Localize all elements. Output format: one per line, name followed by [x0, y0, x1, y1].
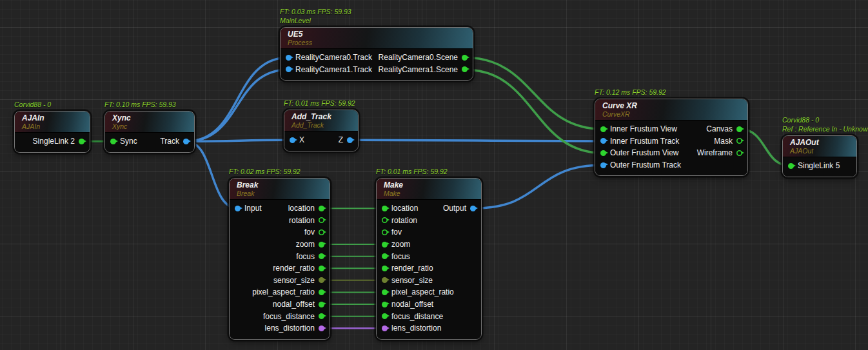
- output-port-pixel-aspect-ratio[interactable]: [319, 289, 324, 295]
- input-port-realitycamera0-track[interactable]: [286, 55, 291, 61]
- output-port-track[interactable]: [183, 139, 189, 144]
- port-label: location: [391, 204, 418, 213]
- output-port-z[interactable]: [347, 137, 353, 143]
- port-row: rotation: [377, 215, 481, 227]
- port-row: sensor_size: [377, 275, 481, 287]
- port-row: focus_distance: [377, 310, 481, 322]
- port-row: locationOutput: [377, 202, 481, 215]
- input-port-outer-frustum-track[interactable]: [600, 162, 606, 168]
- node-stats-label: Corvid88 - 0Ref : Reference In - Unknown: [782, 116, 868, 133]
- node-addtrack[interactable]: Add_TrackAdd_TrackXZ: [284, 110, 359, 151]
- port-label: RealityCamera0.Track: [295, 53, 372, 62]
- output-port-location[interactable]: [319, 206, 324, 211]
- input-port-singlelink-5[interactable]: [788, 163, 794, 169]
- port-row: SyncTrack: [105, 135, 194, 148]
- input-port-render-ratio[interactable]: [382, 266, 388, 271]
- port-label: SingleLink 2: [33, 137, 75, 146]
- input-port-fov[interactable]: [382, 229, 388, 235]
- output-port-wireframe[interactable]: [736, 150, 742, 156]
- input-port-focus[interactable]: [382, 253, 388, 259]
- node-header[interactable]: Curve XRCurveXR: [595, 99, 747, 121]
- input-port-rotation[interactable]: [382, 217, 388, 223]
- node-graph-canvas[interactable]: Corvid88 - 0AJAInAJAInSingleLink 2FT: 0.…: [0, 0, 868, 350]
- node-make[interactable]: MakeMakelocationOutputrotationfovzoomfoc…: [376, 178, 482, 340]
- port-label: Output: [443, 204, 466, 213]
- node-header[interactable]: UE5Process: [281, 28, 473, 49]
- port-row: zoom: [230, 238, 330, 251]
- node-header[interactable]: AJAOutAJAOut: [783, 136, 856, 157]
- input-port-outer-frustum-view[interactable]: [600, 150, 606, 156]
- output-port-sensor-size[interactable]: [319, 277, 324, 283]
- port-row: RealityCamera1.TrackRealityCamera1.Scene: [281, 64, 473, 76]
- output-port-render-ratio[interactable]: [319, 266, 324, 271]
- port-label: Track: [160, 137, 179, 146]
- output-port-mask[interactable]: [736, 138, 742, 144]
- node-xync[interactable]: XyncXyncSyncTrack: [104, 111, 195, 153]
- port-row: render_ratio: [377, 262, 481, 275]
- node-title: AJAOut: [790, 139, 849, 147]
- input-port-focus-distance[interactable]: [382, 313, 388, 319]
- node-ajain[interactable]: AJAInAJAInSingleLink 2: [14, 111, 90, 153]
- output-port-lens-distortion[interactable]: [319, 326, 324, 331]
- input-port-x[interactable]: [290, 137, 295, 143]
- node-stats-label: FT: 0.02 ms FPS: 59.92: [229, 168, 301, 177]
- node-subtitle: Xync: [112, 122, 187, 130]
- port-label: lens_distortion: [391, 324, 441, 333]
- port-row: Inner Frustum ViewCanvas: [595, 123, 747, 135]
- node-header[interactable]: MakeMake: [377, 179, 481, 200]
- port-label: render_ratio: [391, 264, 433, 273]
- port-label: RealityCamera1.Scene: [379, 65, 458, 74]
- port-label: zoom: [391, 240, 410, 249]
- output-port-fov[interactable]: [319, 229, 324, 235]
- input-port-inner-frustum-view[interactable]: [600, 126, 606, 132]
- input-port-sensor-size[interactable]: [382, 277, 388, 283]
- port-label: fov: [391, 228, 402, 237]
- output-port-singlelink-2[interactable]: [79, 139, 84, 144]
- node-stats-line: FT: 0.12 ms FPS: 59.92: [595, 88, 666, 97]
- output-port-focus[interactable]: [319, 253, 324, 259]
- output-port-focus-distance[interactable]: [319, 313, 324, 319]
- wire: [473, 165, 604, 208]
- input-port-location[interactable]: [382, 206, 388, 211]
- port-row: pixel_aspect_ratio: [377, 286, 481, 298]
- node-title: Break: [237, 181, 322, 190]
- output-port-zoom[interactable]: [319, 242, 324, 248]
- node-ue5[interactable]: UE5ProcessRealityCamera0.TrackRealityCam…: [280, 27, 473, 81]
- input-port-zoom[interactable]: [382, 242, 388, 248]
- node-stats-label: FT: 0.10 ms FPS: 59.93: [104, 101, 176, 110]
- output-port-realitycamera0-scene[interactable]: [462, 55, 468, 61]
- input-port-inner-frustum-track[interactable]: [600, 138, 606, 144]
- node-curvexr[interactable]: Curve XRCurveXRInner Frustum ViewCanvasI…: [595, 99, 748, 176]
- output-port-rotation[interactable]: [319, 217, 324, 223]
- port-label: Z: [339, 135, 343, 144]
- port-label: Outer Frustum View: [610, 148, 678, 157]
- output-port-nodal-offset[interactable]: [319, 302, 324, 307]
- input-port-realitycamera1-track[interactable]: [286, 66, 291, 72]
- input-port-nodal-offset[interactable]: [382, 302, 388, 307]
- node-body: SingleLink 5: [783, 157, 856, 177]
- port-label: Wireframe: [697, 148, 733, 157]
- node-ajaout[interactable]: AJAOutAJAOutSingleLink 5: [782, 135, 857, 177]
- port-label: focus: [296, 252, 315, 261]
- port-label: rotation: [289, 216, 315, 225]
- node-stats-label: FT: 0.03 ms FPS: 59.93MainLevel: [280, 8, 351, 25]
- node-header[interactable]: XyncXync: [105, 112, 194, 133]
- node-header[interactable]: BreakBreak: [230, 179, 330, 200]
- output-port-canvas[interactable]: [736, 126, 742, 132]
- node-header[interactable]: Add_TrackAdd_Track: [284, 110, 358, 131]
- node-subtitle: Break: [237, 190, 322, 197]
- node-body: Inputlocationrotationfovzoomfocusrender_…: [230, 200, 330, 339]
- node-title: UE5: [288, 30, 466, 39]
- node-stats-line: Corvid88 - 0: [14, 101, 51, 110]
- output-port-output[interactable]: [470, 206, 476, 211]
- input-port-input[interactable]: [235, 206, 241, 211]
- port-row: focus_distance: [230, 310, 330, 322]
- output-port-realitycamera1-scene[interactable]: [462, 66, 468, 72]
- node-break[interactable]: BreakBreakInputlocationrotationfovzoomfo…: [229, 178, 330, 340]
- node-header[interactable]: AJAInAJAIn: [15, 112, 90, 133]
- input-port-pixel-aspect-ratio[interactable]: [382, 289, 388, 295]
- port-row: pixel_aspect_ratio: [230, 286, 330, 298]
- node-title: AJAIn: [22, 114, 83, 122]
- input-port-sync[interactable]: [110, 139, 116, 144]
- input-port-lens-distortion[interactable]: [382, 326, 388, 331]
